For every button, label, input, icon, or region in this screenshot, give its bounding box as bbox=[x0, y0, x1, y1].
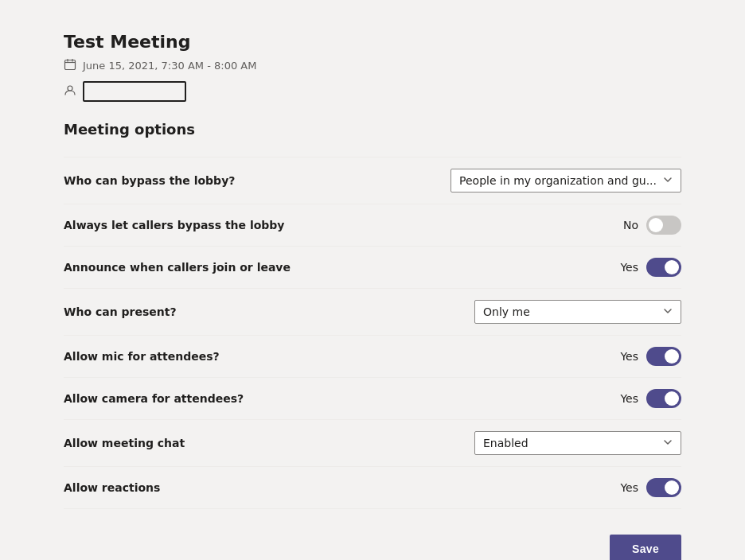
dropdown-who-can-present[interactable]: Only me bbox=[474, 300, 681, 324]
meeting-date: June 15, 2021, 7:30 AM - 8:00 AM bbox=[83, 60, 256, 72]
toggle-label-allow-mic: Yes bbox=[620, 350, 638, 363]
toggle-thumb-announce-join-leave bbox=[665, 260, 679, 274]
toggle-track-allow-camera[interactable] bbox=[646, 389, 681, 408]
option-label-allow-chat: Allow meeting chat bbox=[64, 437, 474, 449]
option-control-who-can-present: Only me bbox=[474, 300, 681, 324]
option-control-allow-camera: Yes bbox=[474, 389, 681, 408]
dropdown-value-bypass-lobby: People in my organization and gu... bbox=[459, 174, 657, 187]
meeting-title: Test Meeting bbox=[64, 32, 681, 52]
attendees-row bbox=[64, 81, 681, 102]
option-label-bypass-lobby: Who can bypass the lobby? bbox=[64, 174, 451, 187]
attendees-input[interactable] bbox=[83, 81, 186, 102]
save-button[interactable]: Save bbox=[610, 535, 681, 560]
section-title: Meeting options bbox=[64, 121, 681, 138]
options-list: Who can bypass the lobby?People in my or… bbox=[64, 157, 681, 509]
option-label-announce-join-leave: Announce when callers join or leave bbox=[64, 261, 474, 274]
option-row-allow-mic: Allow mic for attendees?Yes bbox=[64, 336, 681, 378]
toggle-allow-reactions[interactable] bbox=[646, 478, 681, 497]
dropdown-value-allow-chat: Enabled bbox=[483, 437, 657, 449]
main-container: Test Meeting June 15, 2021, 7:30 AM - 8:… bbox=[0, 0, 745, 560]
save-button-row: Save bbox=[64, 535, 681, 560]
toggle-thumb-allow-mic bbox=[665, 349, 679, 364]
option-label-who-can-present: Who can present? bbox=[64, 305, 474, 318]
toggle-callers-bypass-lobby[interactable] bbox=[646, 216, 681, 235]
calendar-icon bbox=[64, 58, 76, 73]
toggle-allow-mic[interactable] bbox=[646, 347, 681, 366]
option-control-callers-bypass-lobby: No bbox=[474, 216, 681, 235]
option-row-allow-reactions: Allow reactionsYes bbox=[64, 467, 681, 509]
option-label-allow-camera: Allow camera for attendees? bbox=[64, 392, 474, 405]
toggle-track-allow-mic[interactable] bbox=[646, 347, 681, 366]
option-label-allow-reactions: Allow reactions bbox=[64, 481, 474, 494]
toggle-label-announce-join-leave: Yes bbox=[620, 261, 638, 274]
option-control-allow-reactions: Yes bbox=[474, 478, 681, 497]
option-row-callers-bypass-lobby: Always let callers bypass the lobbyNo bbox=[64, 204, 681, 247]
toggle-thumb-allow-camera bbox=[665, 391, 679, 406]
toggle-track-callers-bypass-lobby[interactable] bbox=[646, 216, 681, 235]
option-control-bypass-lobby: People in my organization and gu... bbox=[451, 169, 681, 192]
option-row-announce-join-leave: Announce when callers join or leaveYes bbox=[64, 247, 681, 289]
dropdown-allow-chat[interactable]: Enabled bbox=[474, 431, 681, 455]
chevron-down-icon-allow-chat bbox=[663, 438, 673, 449]
toggle-track-announce-join-leave[interactable] bbox=[646, 258, 681, 277]
option-control-announce-join-leave: Yes bbox=[474, 258, 681, 277]
option-label-allow-mic: Allow mic for attendees? bbox=[64, 350, 474, 363]
option-row-allow-camera: Allow camera for attendees?Yes bbox=[64, 378, 681, 420]
toggle-thumb-allow-reactions bbox=[665, 480, 679, 495]
toggle-thumb-callers-bypass-lobby bbox=[649, 218, 663, 232]
option-row-who-can-present: Who can present?Only me bbox=[64, 289, 681, 336]
option-label-callers-bypass-lobby: Always let callers bypass the lobby bbox=[64, 219, 474, 231]
option-control-allow-mic: Yes bbox=[474, 347, 681, 366]
toggle-label-callers-bypass-lobby: No bbox=[623, 219, 638, 231]
chevron-down-icon-bypass-lobby bbox=[663, 175, 673, 187]
toggle-label-allow-camera: Yes bbox=[620, 392, 638, 405]
toggle-allow-camera[interactable] bbox=[646, 389, 681, 408]
dropdown-value-who-can-present: Only me bbox=[483, 305, 657, 318]
dropdown-bypass-lobby[interactable]: People in my organization and gu... bbox=[451, 169, 681, 192]
option-row-allow-chat: Allow meeting chatEnabled bbox=[64, 420, 681, 467]
option-row-bypass-lobby: Who can bypass the lobby?People in my or… bbox=[64, 157, 681, 204]
chevron-down-icon-who-can-present bbox=[663, 306, 673, 318]
toggle-track-allow-reactions[interactable] bbox=[646, 478, 681, 497]
svg-rect-0 bbox=[65, 60, 76, 70]
person-icon bbox=[64, 84, 76, 99]
toggle-announce-join-leave[interactable] bbox=[646, 258, 681, 277]
meeting-meta: June 15, 2021, 7:30 AM - 8:00 AM bbox=[64, 58, 681, 73]
option-control-allow-chat: Enabled bbox=[474, 431, 681, 455]
toggle-label-allow-reactions: Yes bbox=[620, 481, 638, 494]
svg-point-4 bbox=[68, 86, 72, 91]
